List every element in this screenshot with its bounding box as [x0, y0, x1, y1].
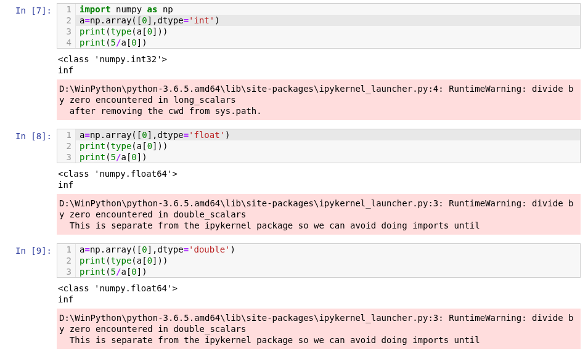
line-number: 1: [57, 129, 76, 140]
code-input-area[interactable]: 1import numpy as np2a=np.array([0],dtype…: [57, 3, 581, 49]
code-line[interactable]: 1import numpy as np: [57, 4, 580, 15]
code-line[interactable]: 4print(5/a[0]): [57, 37, 580, 48]
code-text[interactable]: print(type(a[0])): [76, 140, 580, 152]
line-number: 3: [57, 26, 76, 37]
line-number: 2: [57, 140, 76, 152]
line-number: 4: [57, 37, 76, 48]
code-line[interactable]: 3print(type(a[0])): [57, 26, 580, 37]
code-input-area[interactable]: 1a=np.array([0],dtype='float')2print(typ…: [57, 129, 581, 163]
input-prompt: In [8]:: [1, 129, 57, 163]
code-text[interactable]: a=np.array([0],dtype='int'): [76, 15, 580, 26]
code-text[interactable]: print(5/a[0]): [76, 266, 580, 277]
code-line[interactable]: 2a=np.array([0],dtype='int'): [57, 15, 580, 26]
code-text[interactable]: print(5/a[0]): [76, 37, 580, 48]
code-line[interactable]: 2print(type(a[0])): [57, 140, 580, 152]
code-line[interactable]: 3print(5/a[0]): [57, 152, 580, 163]
code-text[interactable]: a=np.array([0],dtype='double'): [76, 244, 580, 255]
code-input-area[interactable]: 1a=np.array([0],dtype='double')2print(ty…: [57, 243, 581, 278]
stdout-output: <class 'numpy.float64'> inf: [57, 279, 581, 309]
stdout-output: <class 'numpy.float64'> inf: [57, 164, 581, 194]
line-number: 1: [57, 4, 76, 15]
line-number: 2: [57, 15, 76, 26]
code-line[interactable]: 1a=np.array([0],dtype='double'): [57, 244, 580, 255]
code-line[interactable]: 3print(5/a[0]): [57, 266, 580, 277]
stderr-output: D:\WinPython\python-3.6.5.amd64\lib\site…: [57, 79, 581, 120]
line-number: 3: [57, 152, 76, 163]
code-cell: In [7]:1import numpy as np2a=np.array([0…: [1, 3, 587, 49]
code-line[interactable]: 1a=np.array([0],dtype='float'): [57, 129, 580, 140]
input-prompt: In [7]:: [1, 3, 57, 49]
stderr-output: D:\WinPython\python-3.6.5.amd64\lib\site…: [57, 194, 581, 235]
code-cell: In [9]:1a=np.array([0],dtype='double')2p…: [1, 243, 587, 278]
code-text[interactable]: print(5/a[0]): [76, 152, 580, 163]
stderr-output: D:\WinPython\python-3.6.5.amd64\lib\site…: [57, 309, 581, 349]
line-number: 3: [57, 266, 76, 277]
code-text[interactable]: a=np.array([0],dtype='float'): [76, 129, 580, 140]
code-cell: In [8]:1a=np.array([0],dtype='float')2pr…: [1, 129, 587, 163]
line-number: 2: [57, 255, 76, 266]
stdout-output: <class 'numpy.int32'> inf: [57, 50, 581, 79]
code-text[interactable]: import numpy as np: [76, 4, 580, 15]
code-text[interactable]: print(type(a[0])): [76, 255, 580, 266]
code-line[interactable]: 2print(type(a[0])): [57, 255, 580, 266]
code-text[interactable]: print(type(a[0])): [76, 26, 580, 37]
notebook-container: In [7]:1import numpy as np2a=np.array([0…: [1, 3, 587, 349]
line-number: 1: [57, 244, 76, 255]
input-prompt: In [9]:: [1, 243, 57, 278]
